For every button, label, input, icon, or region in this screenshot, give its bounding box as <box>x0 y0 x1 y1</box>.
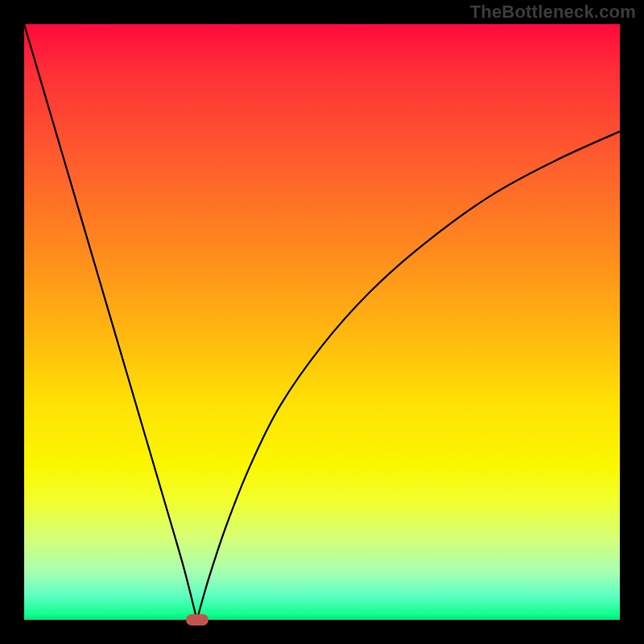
curve-svg <box>24 24 620 620</box>
left-branch-path <box>24 24 197 620</box>
chart-frame: TheBottleneck.com <box>0 0 644 644</box>
optimum-marker <box>186 614 208 625</box>
attribution-label: TheBottleneck.com <box>470 2 636 23</box>
right-branch-path <box>197 131 620 620</box>
plot-area <box>24 24 620 620</box>
